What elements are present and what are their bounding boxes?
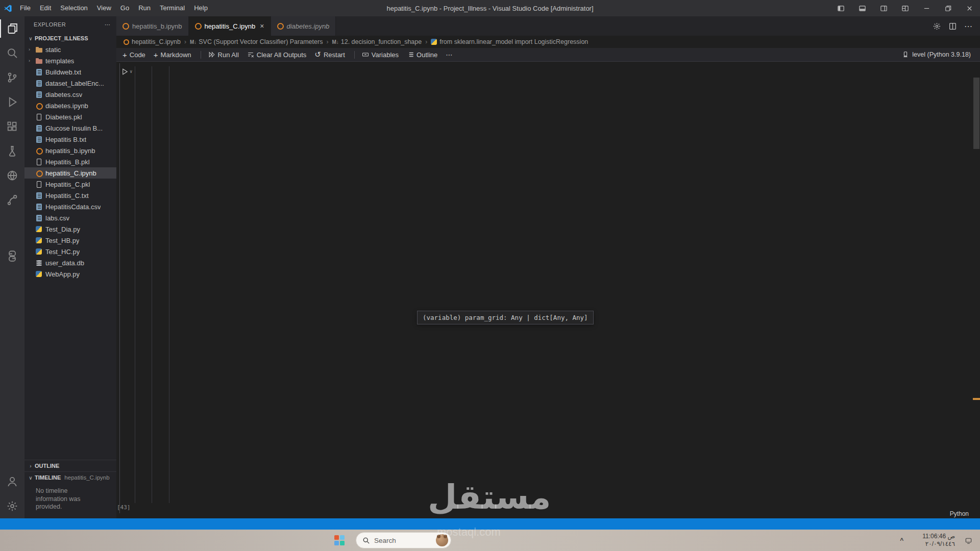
folder-file-icon xyxy=(35,46,43,54)
toolbar-label: Code xyxy=(130,51,145,59)
file-item-HepatitisCdata.csv[interactable]: HepatitisCdata.csv xyxy=(24,201,116,212)
file-item-user_data.db[interactable]: user_data.db xyxy=(24,257,116,268)
taskbar-clock[interactable]: 11:06:46 ص ٢٠/٠٩/١٤٤٦ xyxy=(922,533,955,548)
file-item-Hepatitis_C.txt[interactable]: Hepatitis_C.txt xyxy=(24,190,116,201)
menu-selection[interactable]: Selection xyxy=(56,0,92,16)
toggle-secondary-sidebar-icon[interactable] xyxy=(873,0,894,16)
close-icon[interactable]: × xyxy=(260,22,264,30)
doc-file-icon xyxy=(35,124,43,132)
tray-expand-caret[interactable]: ^ xyxy=(897,536,906,545)
run-debug-icon[interactable] xyxy=(0,90,24,114)
file-item-diabetes.csv[interactable]: diabetes.csv xyxy=(24,89,116,100)
file-name: dataset_LabelEnc... xyxy=(45,80,104,87)
minimize-icon[interactable] xyxy=(916,0,937,16)
kernel-picker[interactable]: level (Python 3.9.18) xyxy=(902,51,980,58)
explorer-icon[interactable] xyxy=(0,16,24,41)
window-controls xyxy=(830,0,980,16)
explorer-more-actions-icon[interactable]: ⋯ xyxy=(105,21,111,28)
file-item-HepatitisB.txt[interactable]: Hepatitis B.txt xyxy=(24,134,116,145)
search-highlight-image[interactable] xyxy=(436,534,448,546)
add-code-button[interactable]: +Code xyxy=(122,51,145,59)
tab-bar-actions: ⋯ xyxy=(933,16,980,36)
accounts-icon[interactable] xyxy=(0,469,24,494)
notification-center-icon[interactable] xyxy=(962,537,975,544)
menu-view[interactable]: View xyxy=(92,0,116,16)
file-item-Buildweb.txt[interactable]: Buildweb.txt xyxy=(24,66,116,78)
file-item-hepatitis_b.ipynb[interactable]: hepatitis_b.ipynb xyxy=(24,145,116,156)
breadcrumb-item[interactable]: M↓SVC (Support Vector Classifier) Parame… xyxy=(190,38,323,45)
restore-icon[interactable] xyxy=(937,0,959,16)
doc-file-icon xyxy=(35,192,43,199)
python-icon[interactable] xyxy=(0,244,24,268)
folder-red-file-icon xyxy=(35,57,43,65)
file-item-WebApp.py[interactable]: WebApp.py xyxy=(24,268,116,280)
settings-gear-icon[interactable] xyxy=(933,22,941,31)
file-item-static[interactable]: ›static xyxy=(24,44,116,55)
breadcrumb-item[interactable]: M↓12. decision_function_shape xyxy=(332,38,422,45)
menu-terminal[interactable]: Terminal xyxy=(155,0,189,16)
file-item-hepatitis_C.ipynb[interactable]: hepatitis_C.ipynb xyxy=(24,167,116,179)
clear-icon xyxy=(247,51,254,58)
live-share-icon[interactable] xyxy=(0,188,24,212)
toolbar-label: Markdown xyxy=(161,51,191,59)
run-cell-button[interactable]: ∨ xyxy=(121,68,132,76)
cell-language-label[interactable]: Python xyxy=(950,510,969,517)
menu-help[interactable]: Help xyxy=(189,0,212,16)
server-icon xyxy=(902,51,909,58)
project-section-header[interactable]: ∨ PROJECT_ILLNESS xyxy=(24,33,116,44)
close-icon[interactable] xyxy=(959,0,980,16)
widgets-icon[interactable] xyxy=(334,535,345,545)
file-item-Hepatitis_C.pkl[interactable]: Hepatitis_C.pkl xyxy=(24,179,116,190)
search-icon[interactable] xyxy=(0,41,24,65)
split-editor-icon[interactable] xyxy=(948,22,957,31)
tab-hepatitis_C.ipynb[interactable]: hepatitis_C.ipynb× xyxy=(189,16,271,36)
toolbar-label: Clear All Outputs xyxy=(257,51,307,59)
scrollbar-thumb[interactable] xyxy=(973,78,979,149)
menu-edit[interactable]: Edit xyxy=(35,0,56,16)
file-item-Test_HB.py[interactable]: Test_HB.py xyxy=(24,235,116,246)
menu-file[interactable]: File xyxy=(15,0,35,16)
extensions-icon[interactable] xyxy=(0,114,24,139)
editor-scrollbar[interactable] xyxy=(973,78,980,486)
status-bar xyxy=(0,518,980,530)
tab-hepatitis_b.ipynb[interactable]: hepatitis_b.ipynb xyxy=(116,16,189,36)
more-toolbar-button[interactable]: ⋯ xyxy=(446,51,453,59)
file-item-Test_Dia.py[interactable]: Test_Dia.py xyxy=(24,223,116,235)
restart-button[interactable]: ↺Restart xyxy=(314,51,345,59)
add-markdown-button[interactable]: +Markdown xyxy=(154,51,191,59)
tab-diabetes.ipynb[interactable]: diabetes.ipynb xyxy=(271,16,336,36)
file-item-Hepatitis_B.pkl[interactable]: Hepatitis_B.pkl xyxy=(24,156,116,167)
menu-go[interactable]: Go xyxy=(116,0,134,16)
clear-outputs-button[interactable]: Clear All Outputs xyxy=(247,51,307,59)
toggle-sidebar-icon[interactable] xyxy=(830,0,851,16)
file-item-GlucoseInsulinB...[interactable]: Glucose Insulin B... xyxy=(24,122,116,134)
variables-button[interactable]: Variables xyxy=(362,51,399,59)
notebook-cell-editor[interactable]: ∨ [43] (variable) param_grid: Any | dict… xyxy=(116,61,973,518)
breadcrumb-item[interactable]: hepatitis_C.ipynb xyxy=(124,38,181,45)
taskbar-search[interactable]: Search xyxy=(356,532,451,548)
file-item-labs.csv[interactable]: labs.csv xyxy=(24,212,116,223)
testing-icon[interactable] xyxy=(0,139,24,163)
source-control-icon[interactable] xyxy=(0,65,24,90)
file-item-dataset_LabelEnc...[interactable]: dataset_LabelEnc... xyxy=(24,78,116,89)
settings-gear-icon[interactable] xyxy=(0,494,24,518)
file-name: Test_HC.py xyxy=(45,248,80,256)
outline-section-header[interactable]: › OUTLINE xyxy=(24,460,116,471)
browser-icon[interactable] xyxy=(0,163,24,188)
outline-button[interactable]: Outline xyxy=(407,51,437,59)
file-item-Diabetes.pkl[interactable]: Diabetes.pkl xyxy=(24,111,116,122)
run-all-button[interactable]: Run All xyxy=(208,51,239,59)
file-item-templates[interactable]: ›templates xyxy=(24,55,116,66)
toggle-panel-icon[interactable] xyxy=(851,0,873,16)
menu-run[interactable]: Run xyxy=(134,0,155,16)
customize-layout-icon[interactable] xyxy=(894,0,916,16)
file-item-Test_HC.py[interactable]: Test_HC.py xyxy=(24,246,116,257)
timeline-section-header[interactable]: ∨ TIMELINE hepatitis_C.ipynb xyxy=(24,471,116,483)
chevron-right-icon: › xyxy=(27,463,35,469)
file-item-diabetes.ipynb[interactable]: diabetes.ipynb xyxy=(24,100,116,111)
markdown-icon: M↓ xyxy=(332,39,338,45)
breadcrumb-item[interactable]: from sklearn.linear_model import Logisti… xyxy=(431,38,588,45)
file-name: Hepatitis B.txt xyxy=(45,136,86,143)
file-name: Buildweb.txt xyxy=(45,68,81,76)
more-actions-icon[interactable]: ⋯ xyxy=(964,21,973,31)
